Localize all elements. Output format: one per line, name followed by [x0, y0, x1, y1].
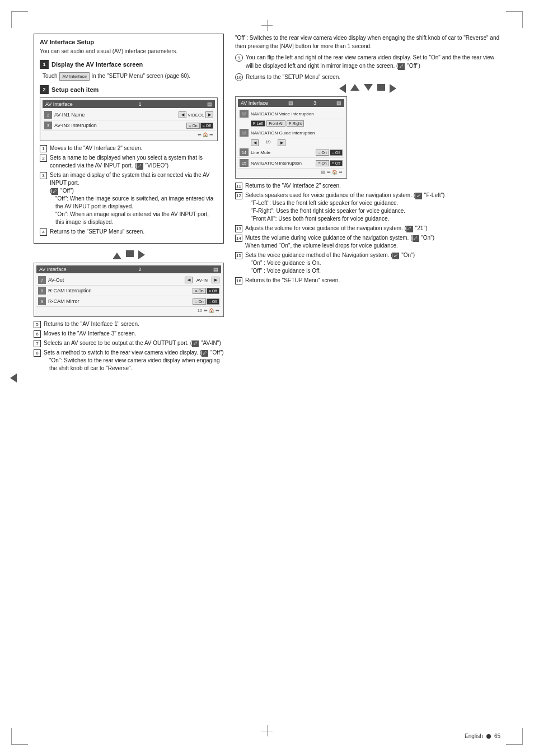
- nav-down-right: [364, 84, 373, 91]
- nav-right-1: [138, 250, 145, 259]
- av-screen2-header: AV Interface 2 ▤: [36, 265, 221, 273]
- step1-heading: 1 Display the AV Interface screen: [40, 60, 218, 69]
- right-10-text: Returns to the "SETUP Menu" screen.: [246, 73, 500, 81]
- nav-home-btn: [126, 250, 134, 257]
- page-icon-12: 🖊: [415, 193, 422, 199]
- item1-text: Moves to the "AV Interface 2" screen.: [50, 144, 218, 152]
- tog3-on[interactable]: = On: [193, 298, 205, 305]
- screen2-next1[interactable]: ▶: [212, 277, 219, 283]
- nav-home-right: [377, 84, 385, 91]
- right-item-8cont: "Off": Switches to the rear view camera …: [235, 34, 500, 50]
- av-screen-3: AV Interface ▤ 3 ▤ 12 NAVIGATION Voice I…: [235, 96, 347, 179]
- items-list-1: 1 Moves to the "AV Interface 2" screen. …: [40, 144, 218, 236]
- item8-num: 8: [34, 349, 41, 357]
- corner-mark-bl: [11, 728, 28, 745]
- row1-prev-btn[interactable]: ◀: [179, 111, 186, 118]
- page-icon-14: 🖊: [413, 235, 419, 242]
- av-screen3-icon: ▤: [288, 100, 293, 106]
- guide-next[interactable]: ▶: [278, 139, 285, 146]
- right-item14-text: Mutes the volume during voice guidance o…: [245, 234, 500, 250]
- av-screen2-title: AV Interface: [39, 267, 67, 272]
- step1-text: Touch AV Interface in the "SETUP Menu" s…: [43, 72, 218, 81]
- voice-fright[interactable]: F-Right: [287, 120, 304, 127]
- item7-text: Selects an AV source to be output at the…: [44, 339, 224, 347]
- right-9-num: 9: [235, 54, 243, 62]
- av-screen3-right-icon: ▤: [336, 100, 341, 106]
- nav-right-right: [390, 84, 396, 93]
- corner-mark-tl: [11, 11, 28, 28]
- screen2-icon3: 9: [38, 297, 46, 305]
- page-footer: English 65: [465, 733, 500, 739]
- guide-prev[interactable]: ◀: [251, 139, 259, 146]
- screen3-icon2: 13: [240, 129, 249, 137]
- section-title: AV Interface Setup: [40, 39, 218, 45]
- av-screen3-title: AV Interface: [241, 100, 268, 106]
- tog2-off[interactable]: = Off: [207, 288, 219, 294]
- right-8cont-text: "Off": Switches to the rear view camera …: [235, 34, 500, 50]
- item-2: 2 Sets a name to be displayed when you s…: [40, 154, 218, 170]
- item4-text: Returns to the "SETUP Menu" screen.: [50, 228, 218, 236]
- screen2-prev1[interactable]: ◀: [185, 277, 193, 283]
- crosshair-top: [261, 20, 273, 31]
- av-interface-touch-btn[interactable]: AV Interface: [59, 72, 89, 81]
- screen3-icon3: 14: [240, 148, 249, 156]
- item-6: 6 Moves to the "AV Interface 3" screen.: [34, 330, 224, 338]
- right-item16-num: 16: [235, 277, 242, 284]
- right-item-12: 12 Selects speakers used for voice guida…: [235, 192, 500, 223]
- nav-right-arrows: [138, 250, 145, 259]
- screen2-label3: R-CAM Mirror: [48, 298, 190, 304]
- screen2-val1: AV-IN: [194, 278, 210, 283]
- screen2-row2: 8 R-CAM Interruption = On = Off: [36, 286, 221, 296]
- tog-off[interactable]: = Off: [200, 123, 213, 129]
- right-item-15: 15 Sets the voice guidance method of the…: [235, 251, 500, 275]
- nav-int-on[interactable]: = On: [316, 160, 329, 166]
- av-screen3-num: 3: [313, 100, 316, 106]
- av-screen1-icon: ▤: [207, 101, 212, 107]
- left-column: AV Interface Setup You can set audio and…: [34, 34, 224, 374]
- page-icon-13: 🖊: [406, 226, 413, 232]
- screen2-row3: 9 R-CAM Mirror = On = Off: [36, 296, 221, 307]
- screen3-toggle3: = On = Off: [316, 150, 343, 156]
- mute-on[interactable]: = On: [316, 150, 329, 156]
- right-item15-num: 15: [235, 252, 242, 259]
- right-item-10: 10 Returns to the "SETUP Menu" screen.: [235, 73, 500, 81]
- right-9-text: You can flip the left and right of the r…: [246, 53, 500, 70]
- screen2-label2: R-CAM Interruption: [48, 288, 190, 293]
- screen3-label3: Line Mute: [251, 150, 313, 155]
- av-screen2-num: 2: [138, 267, 141, 272]
- item-5: 5 Returns to the "AV Interface 1" screen…: [34, 320, 224, 328]
- footer-page-num: 65: [494, 733, 500, 739]
- screen3-label4: NAVIGATION Interruption: [251, 161, 313, 166]
- voice-frontall[interactable]: Front All: [266, 120, 285, 127]
- screen-nav-arrows: [34, 250, 224, 259]
- screen3-label1: NAVIGATION Voice Interruption: [251, 111, 343, 116]
- av-screen1-row2: 3 AV-IN2 Interruption = On = Off: [43, 120, 215, 131]
- right-item-14: 14 Mutes the volume during voice guidanc…: [235, 234, 500, 250]
- nav-int-off[interactable]: = Off: [330, 160, 343, 166]
- right-item13-text: Adjusts the volume for voice guidance of…: [245, 225, 500, 232]
- item-4: 4 Returns to the "SETUP Menu" screen.: [40, 228, 218, 236]
- right-9-row: 9 You can flip the left and right of the…: [235, 53, 500, 70]
- right-10-num: 10: [235, 73, 243, 81]
- tog2-on[interactable]: = On: [193, 288, 205, 294]
- corner-mark-br: [506, 728, 523, 745]
- item2-text: Sets a name to be displayed when you sel…: [50, 154, 218, 170]
- mute-off[interactable]: = Off: [330, 150, 343, 156]
- two-column-layout: AV Interface Setup You can set audio and…: [34, 34, 500, 374]
- right-item12-num: 12: [235, 192, 242, 199]
- tog-on[interactable]: = On: [186, 123, 199, 129]
- page-icon-9: 🖊: [398, 63, 405, 70]
- right-screen-nav: [235, 84, 500, 93]
- screen3-guide-ctrl: ◀ 19 ▶: [249, 138, 344, 147]
- page-icon-2: 🖊: [137, 163, 143, 170]
- row1-next-btn[interactable]: ▶: [205, 111, 213, 118]
- voice-fleft[interactable]: F-Left: [251, 120, 265, 127]
- corner-mark-tr: [506, 11, 523, 28]
- row2-toggle: = On = Off: [186, 123, 213, 129]
- page-icon-8: 🖊: [202, 350, 208, 357]
- item6-text: Moves to the "AV Interface 3" screen.: [44, 330, 224, 338]
- item4-num: 4: [40, 228, 47, 236]
- screen3-voice-btns: F-Left Front All F-Right: [249, 119, 344, 128]
- screen2-label1: AV-Out: [48, 277, 182, 283]
- tog3-off[interactable]: = Off: [207, 298, 219, 305]
